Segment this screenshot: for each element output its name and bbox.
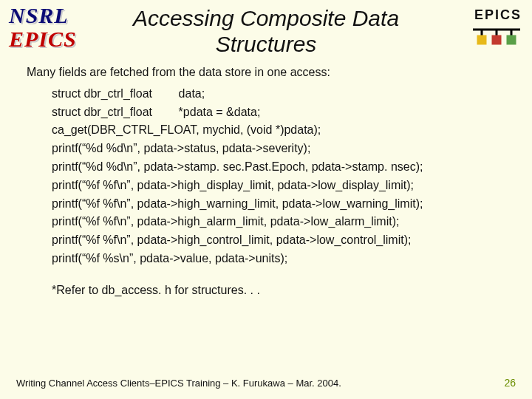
page-number: 26: [504, 377, 516, 389]
nsrl-logo-text: NSRL: [9, 3, 69, 28]
svg-rect-6: [507, 35, 516, 44]
svg-rect-5: [492, 35, 501, 44]
epics-logo-text-left: EPICS: [9, 27, 77, 52]
code-block: struct dbr_ctrl_float data; struct dbr_c…: [52, 85, 517, 268]
epics-logo-icon: [473, 25, 520, 46]
svg-rect-4: [477, 35, 486, 44]
intro-text: Many fields are fetched from the data st…: [27, 64, 517, 82]
footnote: *Refer to db_access. h for structures. .…: [52, 282, 517, 300]
epics-label-right: EPICS: [474, 7, 522, 23]
slide-content: Many fields are fetched from the data st…: [27, 64, 517, 300]
slide-title: Accessing Composite Data Structures: [89, 6, 443, 57]
footer-text: Writing Channel Access Clients–EPICS Tra…: [16, 378, 341, 389]
